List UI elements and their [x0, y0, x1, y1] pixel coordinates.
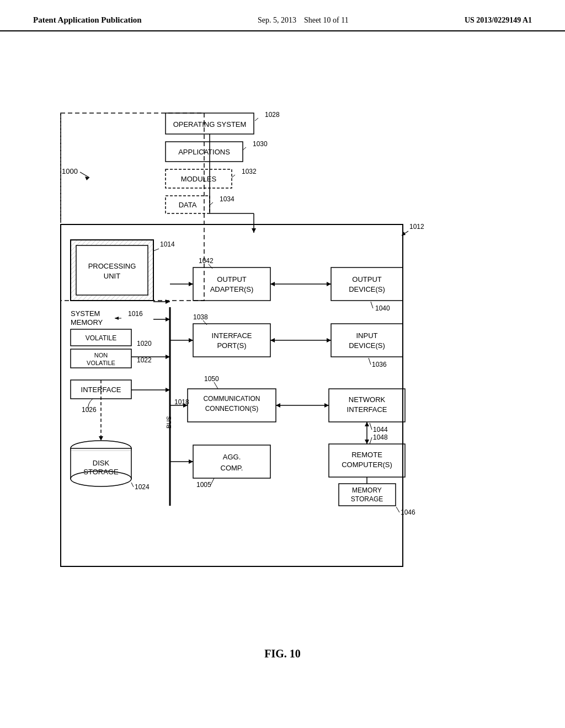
- svg-text:COMMUNICATION: COMMUNICATION: [203, 395, 260, 403]
- svg-text:1005: 1005: [196, 481, 211, 489]
- svg-rect-62: [193, 324, 270, 357]
- svg-text:INTERFACE: INTERFACE: [212, 331, 252, 340]
- svg-line-96: [370, 437, 372, 444]
- svg-line-61: [209, 264, 212, 269]
- svg-text:MEMORY: MEMORY: [352, 486, 382, 494]
- svg-line-16: [210, 202, 213, 205]
- svg-text:1042: 1042: [199, 257, 214, 265]
- diagram-area: OPERATING SYSTEM 1028 APPLICATIONS 1030 …: [0, 31, 565, 693]
- svg-text:1024: 1024: [135, 483, 150, 491]
- svg-text:INTERFACE: INTERFACE: [347, 405, 387, 414]
- svg-line-71: [214, 382, 218, 389]
- svg-text:BUS: BUS: [166, 416, 172, 429]
- svg-marker-128: [324, 403, 329, 408]
- svg-text:1026: 1026: [82, 406, 97, 414]
- svg-text:UNIT: UNIT: [104, 272, 120, 280]
- svg-marker-131: [365, 440, 369, 444]
- svg-text:INPUT: INPUT: [356, 331, 378, 340]
- svg-line-76: [211, 478, 214, 485]
- svg-rect-82: [331, 324, 403, 357]
- svg-marker-129: [276, 403, 280, 408]
- svg-text:STORAGE: STORAGE: [83, 468, 119, 476]
- svg-line-101: [396, 507, 399, 512]
- page-header: Patent Application Publication Sep. 5, 2…: [0, 0, 565, 31]
- svg-text:1018: 1018: [174, 398, 189, 406]
- svg-text:1046: 1046: [401, 508, 415, 516]
- svg-text:STORAGE: STORAGE: [351, 495, 383, 503]
- svg-text:OPERATING SYSTEM: OPERATING SYSTEM: [173, 120, 247, 129]
- svg-marker-126: [270, 338, 275, 342]
- svg-text:REMOTE: REMOTE: [351, 451, 382, 459]
- svg-marker-120: [189, 459, 193, 464]
- svg-text:OUTPUT: OUTPUT: [352, 275, 382, 283]
- svg-line-4: [255, 118, 258, 121]
- svg-marker-132: [365, 422, 369, 426]
- svg-text:1038: 1038: [193, 313, 208, 321]
- svg-text:DEVICE(S): DEVICE(S): [349, 341, 385, 350]
- svg-line-12: [232, 175, 235, 178]
- svg-text:MODULES: MODULES: [181, 175, 217, 183]
- svg-text:1050: 1050: [204, 375, 219, 383]
- svg-text:1000: 1000: [62, 167, 78, 175]
- svg-text:1044: 1044: [373, 426, 388, 433]
- svg-marker-114: [189, 282, 193, 286]
- svg-text:CONNECTION(S): CONNECTION(S): [205, 405, 259, 413]
- svg-rect-57: [193, 267, 270, 301]
- publication-label: Patent Application Publication: [33, 15, 142, 25]
- svg-text:APPLICATIONS: APPLICATIONS: [178, 148, 230, 156]
- figure-label: FIG. 10: [264, 647, 301, 660]
- patent-diagram: OPERATING SYSTEM 1028 APPLICATIONS 1030 …: [0, 31, 565, 693]
- svg-text:PROCESSING: PROCESSING: [88, 262, 136, 270]
- svg-marker-112: [99, 436, 103, 441]
- svg-text:1016: 1016: [128, 310, 143, 318]
- svg-line-30: [153, 249, 159, 251]
- svg-line-81: [371, 302, 373, 308]
- svg-text:1020: 1020: [137, 340, 152, 347]
- svg-text:COMPUTER(S): COMPUTER(S): [342, 461, 392, 469]
- svg-text:1022: 1022: [137, 356, 152, 364]
- svg-line-66: [203, 320, 207, 325]
- svg-text:VOLATILE: VOLATILE: [86, 334, 116, 342]
- svg-text:1032: 1032: [242, 168, 257, 175]
- svg-text:ADAPTER(S): ADAPTER(S): [210, 285, 254, 293]
- svg-marker-123: [270, 282, 275, 286]
- svg-text:1034: 1034: [220, 195, 234, 203]
- svg-text:1014: 1014: [160, 240, 175, 248]
- svg-text:COMP.: COMP.: [221, 464, 243, 472]
- svg-line-8: [243, 147, 246, 150]
- svg-marker-116: [189, 338, 193, 342]
- svg-text:1040: 1040: [375, 304, 390, 312]
- svg-text:SYSTEM: SYSTEM: [71, 309, 100, 318]
- svg-text:OUTPUT: OUTPUT: [217, 275, 247, 283]
- svg-text:1036: 1036: [372, 361, 387, 368]
- svg-rect-77: [331, 267, 403, 301]
- svg-text:1028: 1028: [265, 111, 280, 119]
- svg-text:1030: 1030: [253, 140, 268, 148]
- svg-line-22: [80, 172, 89, 178]
- svg-text:DEVICE(S): DEVICE(S): [349, 285, 385, 293]
- svg-text:DISK: DISK: [93, 459, 110, 467]
- sheet-label: Sheet 10 of 11: [304, 16, 349, 24]
- svg-text:VOLATILE: VOLATILE: [87, 360, 115, 366]
- svg-marker-35: [115, 317, 119, 320]
- svg-marker-122: [327, 282, 331, 286]
- svg-text:MEMORY: MEMORY: [71, 318, 103, 326]
- svg-rect-72: [193, 445, 270, 478]
- svg-text:NETWORK: NETWORK: [349, 395, 386, 404]
- patent-number: US 2013/0229149 A1: [465, 16, 532, 25]
- svg-line-91: [370, 423, 372, 430]
- svg-line-53: [131, 483, 134, 487]
- sheet-info: Sep. 5, 2013 Sheet 10 of 11: [258, 16, 349, 25]
- svg-rect-26: [76, 245, 148, 295]
- svg-text:DATA: DATA: [179, 201, 197, 209]
- svg-line-86: [369, 358, 371, 365]
- svg-text:NON: NON: [94, 352, 108, 358]
- svg-marker-104: [166, 299, 170, 304]
- date-label: Sep. 5, 2013: [258, 16, 296, 24]
- svg-marker-125: [327, 338, 331, 342]
- svg-text:AGG.: AGG.: [223, 453, 241, 461]
- svg-text:1012: 1012: [409, 223, 424, 231]
- svg-marker-135: [252, 228, 256, 233]
- svg-text:PORT(S): PORT(S): [217, 341, 246, 350]
- svg-text:1048: 1048: [373, 433, 388, 441]
